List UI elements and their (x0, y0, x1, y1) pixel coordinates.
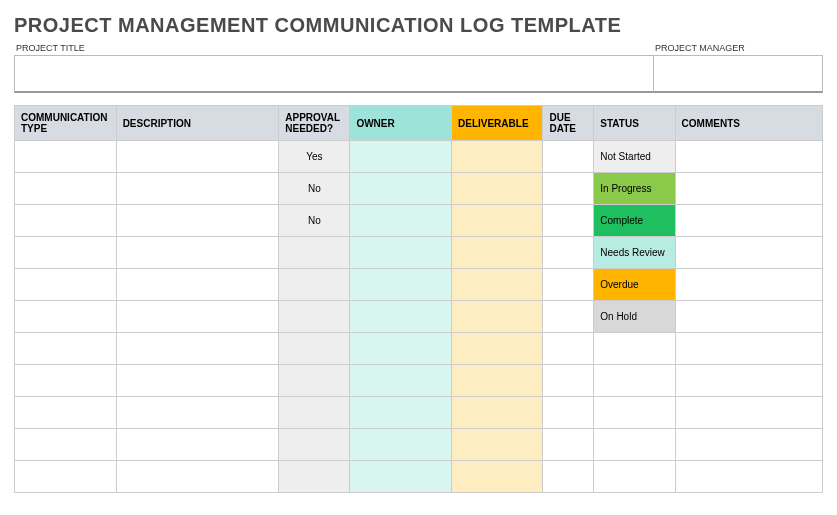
cell-approval[interactable] (279, 397, 350, 429)
cell-owner[interactable] (350, 333, 452, 365)
cell-approval[interactable] (279, 429, 350, 461)
cell-type[interactable] (15, 269, 117, 301)
cell-comments[interactable] (675, 429, 822, 461)
cell-deliverable[interactable] (452, 269, 543, 301)
cell-deliverable[interactable] (452, 301, 543, 333)
cell-type[interactable] (15, 333, 117, 365)
cell-comments[interactable] (675, 333, 822, 365)
cell-status[interactable]: On Hold (594, 301, 675, 333)
cell-deliverable[interactable] (452, 429, 543, 461)
table-row: On Hold (15, 301, 823, 333)
cell-owner[interactable] (350, 429, 452, 461)
cell-type[interactable] (15, 365, 117, 397)
cell-approval[interactable] (279, 269, 350, 301)
cell-comments[interactable] (675, 237, 822, 269)
cell-owner[interactable] (350, 205, 452, 237)
project-manager-input[interactable] (653, 55, 823, 93)
cell-deliverable[interactable] (452, 237, 543, 269)
cell-description[interactable] (116, 141, 279, 173)
cell-status[interactable] (594, 365, 675, 397)
cell-comments[interactable] (675, 461, 822, 493)
cell-deliverable[interactable] (452, 173, 543, 205)
table-row: Needs Review (15, 237, 823, 269)
cell-deliverable[interactable] (452, 365, 543, 397)
cell-type[interactable] (15, 173, 117, 205)
cell-description[interactable] (116, 429, 279, 461)
cell-due[interactable] (543, 237, 594, 269)
cell-approval[interactable] (279, 301, 350, 333)
col-owner: OWNER (350, 106, 452, 141)
cell-comments[interactable] (675, 269, 822, 301)
cell-status[interactable] (594, 333, 675, 365)
table-row (15, 429, 823, 461)
cell-description[interactable] (116, 269, 279, 301)
cell-owner[interactable] (350, 173, 452, 205)
cell-deliverable[interactable] (452, 397, 543, 429)
cell-approval[interactable]: No (279, 173, 350, 205)
cell-type[interactable] (15, 301, 117, 333)
col-type: COMMUNICATION TYPE (15, 106, 117, 141)
cell-approval[interactable] (279, 237, 350, 269)
cell-type[interactable] (15, 141, 117, 173)
cell-deliverable[interactable] (452, 333, 543, 365)
page-title: PROJECT MANAGEMENT COMMUNICATION LOG TEM… (14, 14, 823, 37)
cell-comments[interactable] (675, 397, 822, 429)
cell-status[interactable]: Not Started (594, 141, 675, 173)
cell-owner[interactable] (350, 461, 452, 493)
cell-status[interactable]: Needs Review (594, 237, 675, 269)
cell-deliverable[interactable] (452, 205, 543, 237)
table-row (15, 397, 823, 429)
cell-owner[interactable] (350, 269, 452, 301)
cell-approval[interactable] (279, 365, 350, 397)
cell-status[interactable]: Complete (594, 205, 675, 237)
cell-approval[interactable]: No (279, 205, 350, 237)
cell-type[interactable] (15, 205, 117, 237)
cell-description[interactable] (116, 301, 279, 333)
cell-comments[interactable] (675, 205, 822, 237)
cell-comments[interactable] (675, 173, 822, 205)
cell-description[interactable] (116, 237, 279, 269)
cell-owner[interactable] (350, 397, 452, 429)
cell-status[interactable]: Overdue (594, 269, 675, 301)
cell-description[interactable] (116, 461, 279, 493)
cell-type[interactable] (15, 429, 117, 461)
cell-due[interactable] (543, 301, 594, 333)
cell-due[interactable] (543, 205, 594, 237)
cell-due[interactable] (543, 173, 594, 205)
cell-status[interactable]: In Progress (594, 173, 675, 205)
cell-due[interactable] (543, 141, 594, 173)
cell-comments[interactable] (675, 141, 822, 173)
cell-owner[interactable] (350, 141, 452, 173)
table-row: NoIn Progress (15, 173, 823, 205)
cell-description[interactable] (116, 333, 279, 365)
cell-owner[interactable] (350, 365, 452, 397)
cell-due[interactable] (543, 365, 594, 397)
cell-comments[interactable] (675, 301, 822, 333)
cell-approval[interactable] (279, 461, 350, 493)
cell-description[interactable] (116, 173, 279, 205)
cell-deliverable[interactable] (452, 141, 543, 173)
cell-comments[interactable] (675, 365, 822, 397)
project-title-input[interactable] (14, 55, 653, 93)
cell-approval[interactable]: Yes (279, 141, 350, 173)
cell-due[interactable] (543, 429, 594, 461)
cell-due[interactable] (543, 333, 594, 365)
cell-type[interactable] (15, 461, 117, 493)
cell-owner[interactable] (350, 237, 452, 269)
cell-deliverable[interactable] (452, 461, 543, 493)
cell-status[interactable] (594, 397, 675, 429)
cell-description[interactable] (116, 397, 279, 429)
cell-due[interactable] (543, 397, 594, 429)
cell-approval[interactable] (279, 333, 350, 365)
communication-log-table: COMMUNICATION TYPE DESCRIPTION APPROVAL … (14, 105, 823, 493)
cell-description[interactable] (116, 205, 279, 237)
cell-owner[interactable] (350, 301, 452, 333)
cell-type[interactable] (15, 397, 117, 429)
col-approval: APPROVAL NEEDED? (279, 106, 350, 141)
cell-status[interactable] (594, 429, 675, 461)
cell-status[interactable] (594, 461, 675, 493)
cell-type[interactable] (15, 237, 117, 269)
cell-description[interactable] (116, 365, 279, 397)
cell-due[interactable] (543, 269, 594, 301)
cell-due[interactable] (543, 461, 594, 493)
